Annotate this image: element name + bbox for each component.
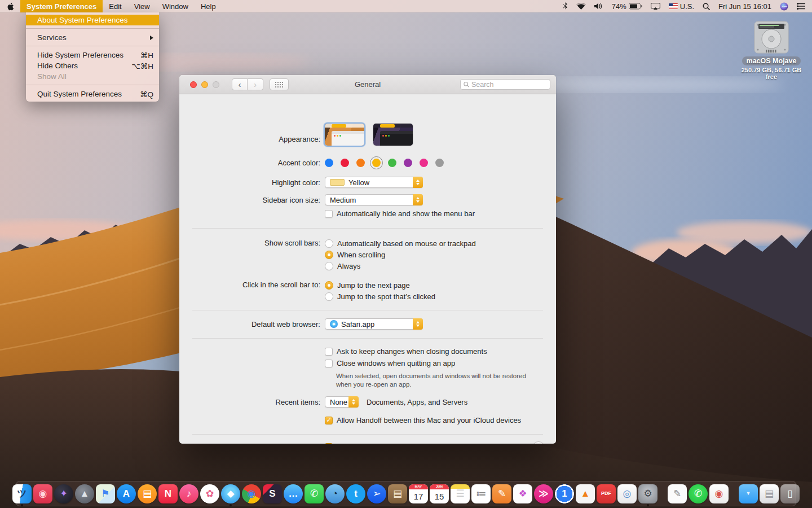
dock-icon-screen-recorder[interactable]: ◉ — [33, 483, 52, 505]
apple-menu[interactable] — [0, 0, 20, 12]
radio-button[interactable] — [325, 262, 333, 270]
ask-keep-changes-checkbox[interactable]: Ask to keep changes when closing documen… — [325, 347, 487, 356]
minimize-button[interactable] — [201, 81, 208, 88]
bluetooth-icon[interactable] — [563, 2, 568, 10]
scrollclick-radio-jump-to-the-next-page[interactable]: Jump to the next page — [325, 279, 435, 291]
dock-icon-safari[interactable]: ◆ — [221, 483, 240, 505]
dock-icon-reminders[interactable]: ≔ — [471, 483, 491, 505]
highlight-color-popup[interactable]: Yellow — [325, 177, 423, 188]
dock-icon-slack[interactable]: S — [263, 483, 282, 505]
appearance-dark-option[interactable] — [373, 124, 413, 146]
dock-icon-fantastical[interactable]: JUN15 — [430, 483, 449, 505]
search-input[interactable] — [471, 81, 547, 89]
menu-item-hide-others[interactable]: Hide Others⌥⌘H — [26, 60, 159, 71]
accent-color-pink[interactable] — [420, 159, 428, 167]
dock-icon-launchpad[interactable]: ▲ — [75, 483, 94, 505]
scrollbars-radio-always[interactable]: Always — [325, 260, 476, 271]
dock-icon-pixelmator[interactable]: ✎ — [492, 483, 511, 505]
forward-button[interactable]: › — [248, 78, 263, 90]
accent-color-yellow[interactable] — [372, 159, 381, 167]
dock-icon-pdf-expert[interactable]: PDF — [597, 483, 616, 505]
notification-center-icon[interactable] — [797, 3, 805, 10]
dock-icon-skitch[interactable]: ≫ — [534, 483, 553, 505]
dock-icon-books[interactable]: ▤ — [138, 483, 157, 505]
show-all-button[interactable] — [270, 78, 289, 90]
dock-icon-messages[interactable]: … — [284, 483, 303, 505]
accent-color-purple[interactable] — [404, 159, 412, 167]
menu-item-services[interactable]: Services — [26, 32, 159, 43]
dock-icon-system-preferences[interactable]: ⚙ — [638, 483, 657, 505]
accent-color-graphite[interactable] — [435, 159, 444, 167]
close-windows-checkbox[interactable]: Close windows when quitting an app — [325, 359, 455, 367]
dock-icon-photo-booth[interactable]: ◉ — [709, 483, 729, 505]
battery-indicator[interactable]: 74% — [612, 2, 642, 11]
desktop-disk-icon[interactable]: macOS Mojave 250.79 GB, 56.71 GB free — [739, 20, 804, 80]
menu-item-about-system-preferences[interactable]: About System Preferences — [26, 15, 159, 25]
lcd-smoothing-checkbox[interactable]: ✓Use LCD font smoothing when available — [325, 443, 467, 444]
wifi-icon[interactable] — [576, 3, 586, 10]
dock-icon-whatsapp[interactable]: ✆ — [689, 483, 708, 505]
checkbox[interactable]: ✓ — [325, 417, 333, 424]
scrollclick-radio-jump-to-the-spot-that-s-clicke[interactable]: Jump to the spot that’s clicked — [325, 291, 435, 302]
spotlight-icon[interactable] — [703, 3, 710, 10]
dock-icon-vlc[interactable]: ▲ — [576, 483, 595, 505]
siri-icon[interactable] — [780, 2, 788, 11]
accent-color-blue[interactable] — [325, 159, 333, 167]
dock-icon-app-store[interactable]: A — [117, 483, 136, 505]
menu-system-preferences[interactable]: System Preferences — [20, 0, 103, 12]
dock-icon-twitter[interactable]: t — [346, 483, 365, 505]
volume-icon[interactable] — [594, 3, 603, 10]
dock-icon-photo-editor[interactable]: ❖ — [513, 483, 532, 505]
dock-icon-calendar[interactable]: MAY17 — [409, 483, 428, 505]
accent-color-green[interactable] — [388, 159, 396, 167]
input-source-menu[interactable]: U.S. — [669, 2, 694, 11]
menu-item-hide-system-preferences[interactable]: Hide System Preferences⌘H — [26, 50, 159, 60]
dock-icon-text-editor[interactable]: ✎ — [668, 483, 687, 505]
checkbox[interactable] — [325, 210, 333, 218]
dock-icon-facetime[interactable]: ✆ — [304, 483, 324, 505]
menu-view[interactable]: View — [128, 0, 156, 12]
menu-item-quit-system-preferences[interactable]: Quit System Preferences⌘Q — [26, 89, 159, 99]
accent-color-red[interactable] — [341, 159, 349, 167]
dock-icon-maps[interactable]: ⚑ — [96, 483, 115, 505]
dock-icon-one-password[interactable]: 1 — [555, 483, 574, 505]
dock-icon-siri[interactable]: ✦ — [54, 483, 73, 505]
zoom-button[interactable] — [213, 81, 219, 88]
dock-icon-photos[interactable]: ✿ — [200, 483, 219, 505]
radio-button[interactable] — [325, 281, 333, 290]
radio-button[interactable] — [325, 251, 333, 259]
dock-icon-documents-stack[interactable]: ▤ — [760, 483, 779, 505]
menu-bar-clock[interactable]: Fri Jun 15 16:01 — [718, 2, 771, 11]
dock-icon-day-one-journal[interactable]: ▤ — [388, 483, 407, 505]
menubar-autohide-checkbox[interactable]: Automatically hide and show the menu bar — [325, 209, 475, 218]
menu-help[interactable]: Help — [195, 0, 222, 12]
dock-icon-twitterrific[interactable]: ◔ — [325, 483, 345, 505]
checkbox[interactable] — [325, 360, 333, 367]
dock-icon-downloads-folder[interactable]: ▼ — [739, 483, 758, 505]
browser-popup[interactable]: ◆ Safari.app — [325, 318, 423, 330]
radio-button[interactable] — [325, 239, 333, 248]
airplay-display-icon[interactable] — [651, 3, 660, 10]
dock-icon-trash[interactable]: ▯ — [780, 483, 800, 505]
dock-icon-chrome[interactable]: ◉ — [242, 483, 261, 505]
window-titlebar[interactable]: General ‹ › — [179, 75, 556, 94]
menu-edit[interactable]: Edit — [103, 0, 127, 12]
close-button[interactable] — [190, 81, 197, 88]
scrollbars-radio-automatically-based-on-mouse-o[interactable]: Automatically based on mouse or trackpad — [325, 238, 476, 249]
dock-icon-notes[interactable]: ☰ — [451, 483, 470, 505]
menu-window[interactable]: Window — [156, 0, 195, 12]
dock-icon-finder[interactable]: ツ — [12, 483, 32, 505]
appearance-light-option[interactable] — [325, 124, 364, 146]
sidebar-size-popup[interactable]: Medium — [325, 194, 423, 205]
scrollbars-radio-when-scrolling[interactable]: When scrolling — [325, 249, 476, 260]
recent-items-popup[interactable]: None — [325, 396, 359, 408]
dock-icon-news[interactable]: N — [158, 483, 178, 505]
dock-icon-itunes[interactable]: ♪ — [179, 483, 198, 505]
radio-button[interactable] — [325, 292, 333, 301]
handoff-checkbox[interactable]: ✓Allow Handoff between this Mac and your… — [325, 416, 521, 424]
accent-color-orange[interactable] — [356, 159, 365, 167]
dock-icon-preview[interactable]: ◎ — [617, 483, 637, 505]
dock-icon-spark-mail[interactable]: ➢ — [367, 483, 386, 505]
search-field[interactable] — [460, 79, 550, 90]
checkbox[interactable]: ✓ — [325, 443, 333, 444]
